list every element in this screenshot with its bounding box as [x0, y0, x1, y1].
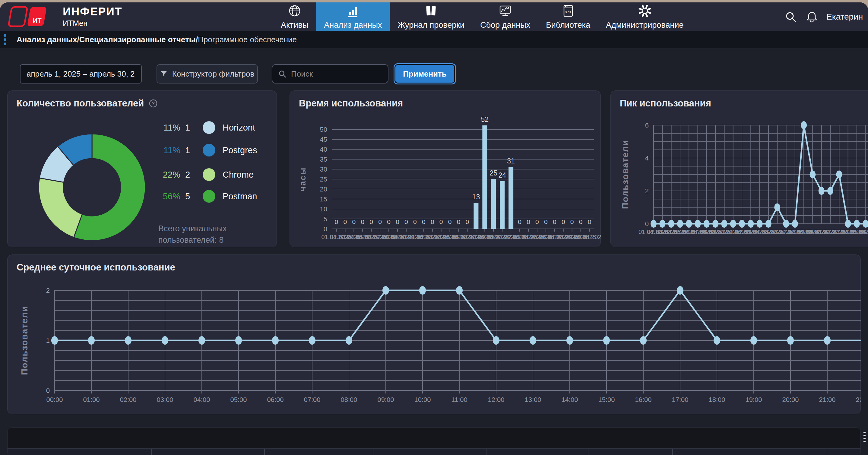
y-tick-label: 6	[645, 122, 649, 129]
data-point	[603, 336, 610, 345]
kebab-menu-icon[interactable]	[4, 34, 6, 45]
data-point	[651, 220, 657, 228]
y-tick-label: 2	[46, 287, 50, 294]
bar-value: 52	[481, 116, 489, 123]
x-tick-label: 01:00	[83, 396, 99, 403]
data-point	[677, 220, 683, 228]
y-tick-label: 10	[320, 205, 327, 213]
data-point	[824, 336, 831, 345]
data-point	[792, 220, 798, 228]
bar-value: 31	[507, 157, 515, 165]
data-point	[419, 286, 426, 295]
help-icon[interactable]: ?	[149, 99, 158, 108]
y-axis-title: Пользователи	[620, 140, 630, 209]
x-tick-label: 15:00	[598, 396, 615, 403]
apply-button-label: Применить	[403, 69, 447, 79]
bar-value: 0	[387, 218, 391, 225]
nav-tab-администрирование[interactable]: Администрирование	[598, 2, 691, 31]
nav-tab-сбор-данных[interactable]: Сбор данных	[472, 2, 538, 31]
avg-daily-usage-card: Среднее суточное использование 012Пользо…	[7, 255, 861, 414]
bar-chart-icon	[346, 4, 360, 19]
logo-subtitle: ИТМен	[63, 19, 122, 28]
legend-swatch	[203, 121, 215, 134]
legend-percent: 22%	[149, 170, 180, 180]
y-tick-label: 0	[46, 387, 50, 394]
date-range-input[interactable]	[20, 64, 142, 84]
bar-value: 0	[448, 218, 452, 225]
monitor-chart-icon	[498, 4, 512, 19]
x-tick-label: 21:00	[819, 396, 835, 403]
card-title: Пик использования	[620, 98, 711, 109]
bar-value: 0	[588, 218, 591, 225]
legend-swatch	[203, 144, 215, 157]
bar	[508, 167, 513, 229]
scrollbar[interactable]	[864, 432, 866, 442]
gear-icon	[638, 4, 652, 19]
bar	[473, 203, 478, 229]
usage-peak-line-chart: 0246Пользователи01.04.202502.04.202503.0…	[611, 91, 868, 248]
x-tick-label: 00:00	[46, 396, 63, 403]
data-point	[382, 286, 389, 295]
bar-value: 13	[472, 193, 480, 201]
data-point	[721, 220, 727, 228]
usage-time-bar-chart: 05101520253035404550часы0000000000000000…	[290, 91, 601, 248]
data-point	[750, 336, 757, 345]
data-point	[854, 220, 860, 228]
breadcrumb-parents: Анализ данных/Специализированные отчеты/	[17, 35, 198, 44]
data-points	[51, 286, 861, 345]
x-tick-label: 02:00	[120, 396, 136, 403]
apply-button[interactable]: Применить	[395, 64, 455, 84]
data-point	[88, 336, 95, 345]
nav-tab-label: Администрирование	[606, 21, 683, 30]
grid	[654, 125, 868, 224]
logo-badge: ИТ	[33, 17, 42, 25]
notifications-bell-icon[interactable]	[805, 10, 818, 24]
card-title: Количество пользователей ?	[17, 98, 158, 109]
data-point	[640, 336, 647, 345]
bar-value: 0	[535, 218, 539, 225]
data-point	[198, 336, 205, 345]
y-tick-label: 25	[320, 175, 327, 183]
y-tick-label: 30	[320, 166, 327, 173]
data-point	[827, 187, 833, 195]
y-tick-label: 0	[645, 220, 649, 228]
nav-tab-журнал-проверки[interactable]: Журнал проверки	[390, 2, 472, 31]
header-right: Екатерин	[784, 2, 868, 31]
x-tick-label: 10:00	[414, 396, 431, 403]
data-point	[748, 220, 754, 228]
x-tick-label: 14:00	[561, 396, 578, 403]
search-input[interactable]	[291, 69, 378, 79]
data-point	[346, 336, 352, 345]
data-point	[686, 220, 692, 228]
search-icon[interactable]	[784, 10, 798, 24]
x-tick-label: 04:00	[193, 396, 210, 403]
card-title: Время использования	[299, 98, 403, 109]
legend-row-chrome: 22%2Chrome	[149, 167, 254, 183]
bar-value: 0	[544, 218, 548, 225]
y-tick-label: 40	[320, 145, 327, 153]
data-point	[677, 286, 683, 295]
logo[interactable]: ИТ ИНФЕРИТ ИТМен	[7, 5, 122, 28]
search-input-icon	[278, 69, 287, 78]
bar-value: 0	[466, 218, 469, 225]
bar-value: 0	[518, 218, 522, 225]
data-point	[695, 220, 701, 228]
filter-builder-label: Конструктор фильтров	[172, 69, 254, 79]
nav-tab-анализ-данных[interactable]: Анализ данных	[316, 2, 390, 31]
nav-tab-label: Сбор данных	[480, 21, 530, 30]
top-navigation-bar: ИТ ИНФЕРИТ ИТМен АктивыАнализ данныхЖурн…	[0, 2, 868, 31]
y-axis: 0246	[645, 122, 649, 228]
bar	[500, 181, 504, 229]
nav-tab-label: Журнал проверки	[398, 21, 464, 30]
legend-row-postgres: 11%1Postgres	[149, 142, 257, 158]
bar-value: 0	[396, 218, 399, 225]
bar-value: 0	[431, 218, 434, 225]
bar-value: 0	[404, 218, 408, 225]
x-tick-label: 18:00	[709, 396, 725, 403]
data-point	[730, 220, 736, 228]
nav-tab-активы[interactable]: Активы	[273, 2, 316, 31]
legend-swatch	[203, 168, 215, 181]
nav-tab-библиотека[interactable]: </>Библиотека	[538, 2, 598, 31]
user-menu[interactable]: Екатерин	[826, 12, 863, 22]
filter-builder-button[interactable]: Конструктор фильтров	[157, 64, 258, 84]
